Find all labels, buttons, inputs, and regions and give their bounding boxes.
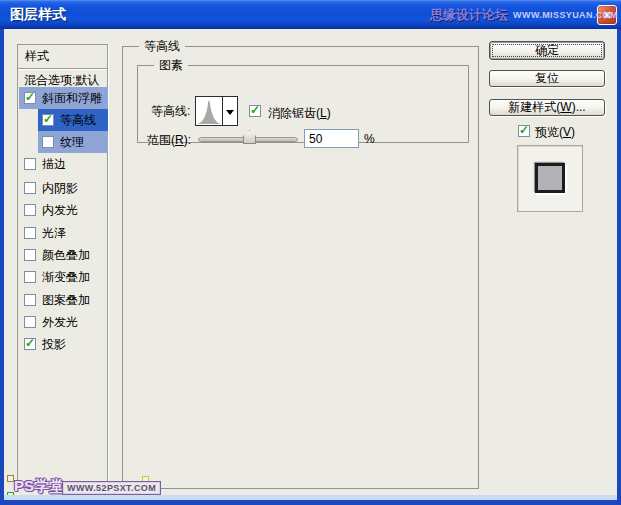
forum-brand-text: 思缘设计论坛 <box>430 6 508 24</box>
groupbox-title: 图素 <box>154 58 188 73</box>
window-bottom-strip <box>4 495 617 500</box>
styles-list: 样式 混合选项:默认 ✓ 斜面和浮雕 ✓ 等高线 纹理 描边 内阴影 <box>17 44 108 488</box>
checkbox-inner-glow[interactable] <box>24 204 36 216</box>
range-slider-track[interactable] <box>198 137 298 142</box>
checkbox-inner-shadow[interactable] <box>24 182 36 194</box>
contour-label: 等高线: <box>151 103 190 120</box>
sidebar-item-texture[interactable]: 纹理 <box>38 131 108 153</box>
contour-thumbnail-button[interactable] <box>195 96 223 126</box>
styles-list-header: 样式 <box>18 47 107 66</box>
ok-button[interactable]: 确定 <box>489 41 605 60</box>
sidebar-item-label: 外发光 <box>42 314 78 331</box>
chevron-down-icon <box>226 110 234 115</box>
panel-title: 等高线 <box>139 39 185 54</box>
checkbox-outer-glow[interactable] <box>24 316 36 328</box>
sidebar-item-inner-glow[interactable]: 内发光 <box>19 199 108 221</box>
elements-groupbox: 图素 等高线: ✓ 消除锯齿(L) 范围(R): % <box>137 65 469 143</box>
checkbox-color-overlay[interactable] <box>24 249 36 261</box>
layer-style-dialog: 图层样式 思缘设计论坛 WWW.MISSYUAN.COM ✕ 样式 混合选项:默… <box>0 0 621 505</box>
titlebar-watermark: 思缘设计论坛 WWW.MISSYUAN.COM <box>430 6 618 24</box>
checkbox-texture[interactable] <box>42 136 54 148</box>
dialog-body: 样式 混合选项:默认 ✓ 斜面和浮雕 ✓ 等高线 纹理 描边 内阴影 <box>4 29 617 495</box>
sidebar-item-label: 纹理 <box>60 134 84 151</box>
range-slider-thumb[interactable] <box>243 130 256 144</box>
sidebar-item-pattern-overlay[interactable]: 图案叠加 <box>19 289 108 311</box>
sidebar-item-inner-shadow[interactable]: 内阴影 <box>19 177 108 199</box>
sidebar-item-label: 等高线 <box>60 112 96 129</box>
close-icon[interactable]: ✕ <box>597 5 617 25</box>
sidebar-item-label: 斜面和浮雕 <box>42 90 102 107</box>
antialias-label: 消除锯齿(L) <box>268 105 331 122</box>
sidebar-item-drop-shadow[interactable]: ✓ 投影 <box>19 333 108 355</box>
sidebar-item-outer-glow[interactable]: 外发光 <box>19 311 108 333</box>
contour-panel: 等高线 图素 等高线: ✓ 消除锯齿(L) 范围(R): <box>122 46 479 489</box>
watermark-url-text: WWW.52PSXT.COM <box>62 481 161 495</box>
checkbox-contour[interactable]: ✓ <box>42 114 54 126</box>
new-style-button[interactable]: 新建样式(W)... <box>489 99 605 116</box>
transform-handle-top-left <box>7 475 14 482</box>
sidebar-item-label: 内阴影 <box>42 180 78 197</box>
checkbox-gradient-overlay[interactable] <box>24 271 36 283</box>
check-icon: ✓ <box>43 112 53 126</box>
check-icon: ✓ <box>250 103 260 117</box>
range-label: 范围(R): <box>147 132 191 149</box>
sidebar-item-color-overlay[interactable]: 颜色叠加 <box>19 244 108 266</box>
check-icon: ✓ <box>25 90 35 104</box>
watermark-logo-text: PS学堂 <box>14 477 64 496</box>
sidebar-item-bevel-emboss[interactable]: ✓ 斜面和浮雕 <box>19 87 108 109</box>
style-preview-thumbnail <box>517 145 583 212</box>
sidebar-item-label: 图案叠加 <box>42 292 90 309</box>
sidebar-item-label: 投影 <box>42 336 66 353</box>
checkbox-satin[interactable] <box>24 227 36 239</box>
checkbox-bevel-emboss[interactable]: ✓ <box>24 92 36 104</box>
range-value-input[interactable] <box>304 129 359 148</box>
sidebar-item-label: 描边 <box>42 156 66 173</box>
percent-unit-label: % <box>364 132 375 146</box>
checkbox-stroke[interactable] <box>24 158 36 170</box>
reset-button[interactable]: 复位 <box>489 70 605 87</box>
window-title: 图层样式 <box>10 6 66 24</box>
checkbox-drop-shadow[interactable]: ✓ <box>24 338 36 350</box>
checkbox-pattern-overlay[interactable] <box>24 294 36 306</box>
styles-list-separator <box>18 68 107 70</box>
sidebar-item-stroke[interactable]: 描边 <box>19 153 108 175</box>
sidebar-item-satin[interactable]: 光泽 <box>19 222 108 244</box>
sidebar-item-label: 渐变叠加 <box>42 269 90 286</box>
preview-label: 预览(V) <box>535 124 575 141</box>
sidebar-item-label: 光泽 <box>42 225 66 242</box>
check-icon: ✓ <box>519 123 529 137</box>
check-icon: ✓ <box>25 336 35 350</box>
sidebar-item-label: 内发光 <box>42 202 78 219</box>
preview-square-swatch <box>535 163 565 193</box>
cone-contour-icon <box>196 98 222 125</box>
titlebar: 图层样式 思缘设计论坛 WWW.MISSYUAN.COM ✕ <box>0 0 621 29</box>
preview-checkbox[interactable]: ✓ <box>518 125 530 137</box>
sidebar-item-contour[interactable]: ✓ 等高线 <box>38 109 108 131</box>
antialias-checkbox[interactable]: ✓ <box>249 105 261 117</box>
sidebar-item-label: 颜色叠加 <box>42 247 90 264</box>
contour-dropdown-button[interactable] <box>223 96 238 126</box>
sidebar-item-gradient-overlay[interactable]: 渐变叠加 <box>19 266 108 288</box>
